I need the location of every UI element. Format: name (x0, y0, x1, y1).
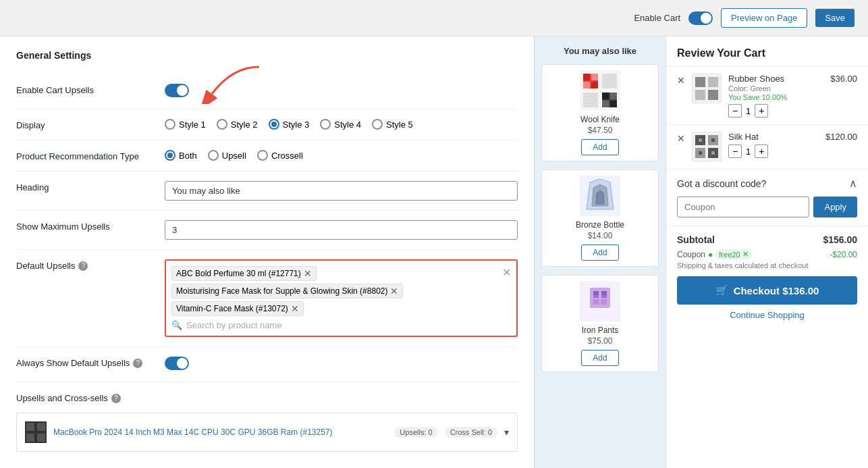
display-control: Style 1 Style 2 Style 3 (165, 119, 518, 130)
upsells-badge: Upsells: 0 (394, 427, 437, 438)
subtotal-label: Subtotal (677, 234, 715, 245)
tags-input-area[interactable]: ABC Bold Perfume 30 ml (#12771) ✕ Moistu… (165, 259, 518, 337)
heading-row: Heading (16, 172, 518, 211)
tag-1-text: Moisturising Face Mask for Supple & Glow… (176, 286, 387, 296)
svg-rect-17 (610, 93, 617, 99)
svg-rect-13 (602, 74, 617, 88)
style5-radio[interactable] (372, 119, 383, 130)
tag-0-remove[interactable]: ✕ (304, 269, 312, 278)
rec-upsell[interactable]: Upsell (208, 150, 246, 161)
svg-rect-16 (602, 93, 609, 99)
svg-rect-45 (711, 151, 715, 155)
upsells-crossells-info-icon[interactable]: ? (111, 394, 121, 403)
product-card-name-2: Iron Pants (547, 326, 653, 335)
svg-rect-42 (699, 138, 702, 142)
display-label: Display (16, 119, 151, 130)
coupon-input[interactable] (677, 197, 809, 217)
tag-1: Moisturising Face Mask for Supple & Glow… (171, 284, 403, 298)
cart-item-img-0 (692, 74, 722, 103)
style2-label: Style 2 (231, 120, 258, 130)
coupon-row: Apply (677, 197, 857, 217)
product-row-chevron[interactable]: ▾ (504, 427, 509, 438)
cart-item-name-0: Rubber Shoes (728, 74, 817, 84)
preview-button[interactable]: Preview on Page (721, 8, 807, 28)
apply-button[interactable]: Apply (813, 197, 857, 217)
sidebar-right: You may also like (534, 36, 666, 468)
save-button[interactable]: Save (815, 9, 855, 27)
tag-1-remove[interactable]: ✕ (390, 286, 398, 296)
remove-item-1[interactable]: ✕ (677, 133, 685, 144)
tag-2-remove[interactable]: ✕ (291, 304, 299, 313)
checkout-button[interactable]: 🛒 Checkout $136.00 (677, 276, 857, 305)
product-card-1: Bronze Bottle $14.00 Add (541, 170, 659, 267)
heading-input[interactable] (165, 181, 518, 201)
upsell-radio[interactable] (208, 150, 219, 161)
qty-increase-1[interactable]: + (755, 145, 768, 158)
clear-all-button[interactable]: ✕ (502, 266, 511, 279)
svg-rect-35 (695, 90, 705, 100)
default-upsells-info-icon[interactable]: ? (78, 261, 88, 271)
enable-cart-upsells-label: Enable Cart Upsells (16, 84, 151, 95)
crossell-radio[interactable] (257, 150, 268, 161)
show-max-input[interactable] (165, 220, 518, 240)
coupon-remove[interactable]: ✕ (742, 250, 749, 259)
svg-rect-30 (593, 295, 599, 298)
display-style5[interactable]: Style 5 (372, 119, 413, 130)
style2-radio[interactable] (217, 119, 227, 130)
show-max-row: Show Maximum Upsells (16, 211, 518, 250)
add-button-0[interactable]: Add (581, 139, 618, 155)
tag-0: ABC Bold Perfume 30 ml (#12771) ✕ (171, 266, 317, 281)
subtotal-amount: $156.00 (823, 234, 857, 245)
rec-crossell[interactable]: Crossell (257, 150, 303, 161)
both-label: Both (179, 151, 197, 161)
qty-decrease-0[interactable]: − (728, 104, 742, 118)
always-show-toggle[interactable] (165, 357, 189, 370)
qty-increase-0[interactable]: + (755, 104, 768, 118)
qty-decrease-1[interactable]: − (728, 145, 742, 158)
display-style4[interactable]: Style 4 (320, 119, 361, 130)
remove-item-0[interactable]: ✕ (677, 75, 685, 86)
display-style1[interactable]: Style 1 (165, 119, 206, 130)
cart-title: Review Your Cart (666, 36, 868, 67)
cross-sell-badge: Cross Sell: 0 (445, 427, 497, 438)
continue-shopping[interactable]: Continue Shopping (677, 310, 857, 320)
product-item-row: MacBook Pro 2024 14 Inch M3 Max 14C CPU … (16, 413, 518, 452)
coupon-code-badge: free20 ✕ (715, 249, 751, 259)
display-style2[interactable]: Style 2 (217, 119, 258, 130)
style5-label: Style 5 (386, 120, 413, 130)
discount-header[interactable]: Got a discount code? ∧ (677, 177, 857, 190)
style3-radio[interactable] (269, 119, 279, 130)
recommendation-radio-group: Both Upsell Crossell (165, 150, 518, 161)
add-button-1[interactable]: Add (581, 244, 618, 261)
product-card-0: Wool Knife $47.50 Add (541, 64, 659, 161)
add-button-2[interactable]: Add (581, 350, 618, 366)
product-card-price-2: $75.00 (547, 336, 653, 346)
product-name-link[interactable]: MacBook Pro 2024 14 Inch M3 Max 14C CPU … (53, 427, 387, 437)
display-style3[interactable]: Style 3 (269, 119, 310, 130)
default-upsells-row: Default Upsells ? ABC Bold Perfume 30 ml… (16, 250, 518, 347)
svg-rect-11 (583, 82, 590, 88)
both-radio[interactable] (165, 150, 175, 161)
upsell-label: Upsell (222, 151, 246, 161)
rec-both[interactable]: Both (165, 150, 197, 161)
enable-upsells-toggle[interactable] (165, 84, 189, 97)
default-upsells-control: ABC Bold Perfume 30 ml (#12771) ✕ Moistu… (165, 259, 518, 337)
cart-item-img-1 (692, 132, 722, 161)
style4-label: Style 4 (334, 120, 361, 130)
cart-totals: Subtotal $156.00 Coupon ● free20 ✕ -$20.… (666, 226, 868, 328)
svg-rect-36 (708, 90, 718, 100)
top-bar: Enable Cart Preview on Page Save (0, 0, 868, 36)
upsells-crossells-label: Upsells and Cross-sells ? (16, 392, 151, 403)
svg-rect-43 (711, 138, 715, 142)
svg-rect-25 (590, 288, 610, 308)
cart-panel: Review Your Cart ✕ Rubber Shoes Color: G… (666, 36, 868, 468)
svg-rect-31 (601, 295, 607, 298)
style4-radio[interactable] (320, 119, 331, 130)
enable-cart-toggle[interactable] (688, 11, 713, 25)
qty-value-0: 1 (746, 106, 751, 116)
cart-item-1: ✕ Silk Hat (666, 125, 868, 169)
discount-chevron[interactable]: ∧ (849, 177, 857, 190)
cart-item-name-1: Silk Hat (728, 132, 817, 142)
always-show-info-icon[interactable]: ? (133, 359, 142, 368)
style1-radio[interactable] (165, 119, 175, 130)
